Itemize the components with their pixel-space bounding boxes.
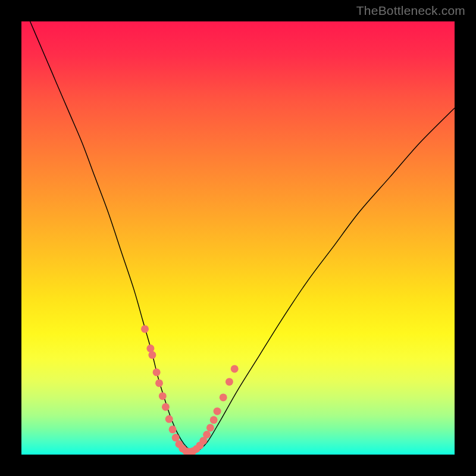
marker-point <box>141 325 149 333</box>
curve-svg <box>21 21 455 455</box>
marker-point <box>146 345 154 352</box>
marker-point <box>162 403 170 411</box>
marker-point <box>169 425 177 433</box>
marker-point <box>165 415 173 423</box>
marker-point <box>153 368 161 376</box>
marker-group <box>141 325 239 455</box>
marker-point <box>203 431 211 439</box>
marker-point <box>159 392 167 400</box>
marker-point <box>210 416 218 424</box>
marker-point <box>220 393 227 401</box>
marker-point <box>206 424 214 431</box>
marker-point <box>155 379 163 387</box>
marker-point <box>226 378 233 386</box>
bottleneck-curve <box>30 21 455 452</box>
chart-frame: TheBottleneck.com <box>0 0 476 476</box>
marker-point <box>214 408 221 415</box>
marker-point <box>231 365 239 372</box>
marker-point <box>148 351 156 359</box>
plot-area <box>21 21 455 455</box>
watermark-label: TheBottleneck.com <box>356 4 465 18</box>
